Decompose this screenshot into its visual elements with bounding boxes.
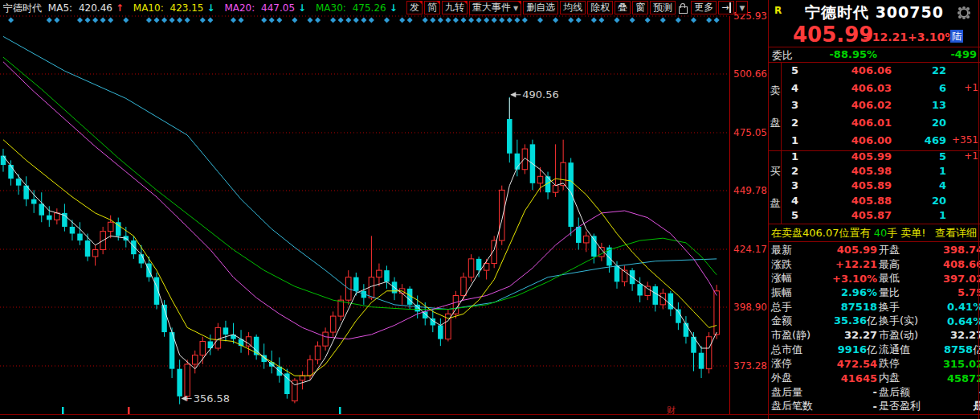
detail-value: 32.27 (817, 329, 877, 341)
detail-value: +3.10% (817, 273, 877, 285)
buy-row[interactable]: 1 405.99 5 +1 (782, 150, 980, 165)
next-page-icon[interactable]: → (718, 1, 734, 14)
order-volume: 1 (939, 209, 946, 221)
sell-row[interactable]: 2 406.01 20 (782, 117, 980, 131)
signal-diamond-icon (54, 18, 59, 23)
sell-row[interactable]: 5 406.06 22 (782, 64, 980, 79)
buy-row[interactable]: 4 405.88 20 (782, 195, 980, 209)
level: 5 (791, 64, 798, 76)
order-price: 406.03 (851, 82, 892, 94)
order-volume: 20 (932, 195, 946, 207)
view-details-link[interactable]: 查看详细 (935, 226, 977, 240)
buy-row[interactable]: 2 405.98 1 (782, 165, 980, 179)
detail-label: 是否盈利 (877, 399, 943, 413)
order-price: 405.99 (851, 150, 892, 162)
signal-diamond-icon (177, 18, 182, 23)
signal-diamond-icon (484, 18, 489, 23)
signal-diamond-icon (269, 18, 275, 23)
panel-right-border (978, 0, 979, 419)
signal-diamond-icon (507, 18, 512, 23)
ma20-item: MA20: 447.05↓ (224, 2, 309, 14)
level: 1 (791, 150, 798, 162)
toolbar-button-预测[interactable]: 预测 (650, 1, 676, 14)
detail-value: 32.27 (943, 329, 980, 341)
weibi-value: -88.95% (829, 48, 877, 60)
toolbar-button-重大事件[interactable]: 重大事件▼ (469, 1, 521, 15)
detail-label: 涨跌 (771, 257, 817, 272)
candle-body (39, 203, 45, 215)
toolbar-button-九转[interactable]: 九转 (442, 1, 468, 14)
order-volume: 20 (932, 117, 946, 129)
candle-body (568, 162, 574, 227)
order-delta: +1 (964, 150, 978, 162)
gear-icon[interactable] (959, 8, 969, 18)
candle-body (70, 227, 76, 234)
signal-diamond-icon (361, 18, 366, 23)
toolbar-button-均线[interactable]: 均线 (560, 1, 586, 14)
detail-value: 0.64% (943, 315, 980, 327)
signal-diamond-icon (85, 18, 91, 23)
kline-chart-canvas[interactable]: 490.56356.58财 (0, 0, 767, 419)
toolbar-button-删自选[interactable]: 删自选 (523, 1, 558, 14)
divider (769, 224, 980, 224)
y-axis-tick-label: 398.90 (733, 302, 767, 313)
kline-chart[interactable]: 490.56356.58财 (0, 0, 767, 419)
sell-row[interactable]: 1 406.00 469 +351 (782, 134, 980, 149)
toolbar-button-叠[interactable]: 叠 (615, 1, 631, 14)
y-axis-tick-label: 449.78 (733, 185, 767, 196)
detail-value: - (817, 401, 877, 413)
candle-body (653, 286, 659, 305)
buy-row[interactable]: 5 405.87 1 (782, 209, 980, 224)
candle-body (215, 327, 221, 348)
quote-panel: R 宁德时代 300750 405.99 +12.21 +3.10% 陆 委比 … (769, 0, 980, 419)
candle-body (615, 265, 620, 281)
market-badge: 陆 (950, 30, 963, 43)
candle-body (8, 165, 13, 179)
sell-row[interactable]: 4 406.03 6 +1 (782, 82, 980, 97)
detail-label: 跌停 (877, 356, 943, 371)
ma10-arrow-icon: ↓ (207, 2, 215, 14)
level: 5 (791, 209, 798, 221)
order-notice: 在卖盘406.07位置有 40手 卖单! 查看详细 (771, 226, 980, 240)
sell-row[interactable]: 3 406.02 13 (782, 99, 980, 113)
signal-diamond-icon (276, 18, 282, 23)
candle-body (453, 295, 459, 314)
candle-body (622, 270, 627, 281)
stock-name-label: 宁德时代 (3, 2, 42, 14)
detail-value: 41645 (817, 372, 877, 384)
candle-body (177, 369, 182, 396)
order-price: 405.98 (851, 165, 892, 177)
toolbar-button-除权[interactable]: 除权 (587, 1, 613, 14)
detail-label: 内盘 (877, 371, 943, 385)
divider (769, 241, 980, 242)
toolbar-button-发[interactable]: 发 (406, 1, 423, 14)
signal-diamond-icon (123, 18, 129, 23)
signal-diamond-icon (92, 18, 98, 23)
candle-body (315, 346, 321, 359)
toolbar-button-窗[interactable]: 窗 (632, 1, 648, 14)
detail-value: 8758亿 (943, 343, 980, 357)
toolbar-button-更多[interactable]: 更多 (691, 1, 717, 14)
divider (769, 47, 980, 47)
detail-label: 市盈(静) (771, 328, 817, 343)
signal-diamond-icon (499, 18, 504, 23)
chevron-down-icon[interactable]: ▼ (736, 1, 748, 14)
chart-toolbar: 发简九转重大事件▼删自选均线除权叠窗预测更多→▼ (406, 1, 748, 14)
candle-body (77, 234, 83, 241)
ma-line-MA20 (3, 62, 717, 339)
candle-body (377, 270, 382, 277)
detail-label: 盘后额 (877, 385, 943, 400)
annotation-low-label: 356.58 (194, 392, 231, 405)
detail-label: 总手 (771, 300, 817, 314)
level: 1 (791, 134, 798, 146)
signal-diamond-icon (615, 18, 620, 23)
candle-body (561, 162, 566, 185)
buy-row[interactable]: 3 405.89 4 (782, 179, 980, 194)
signal-diamond-icon (154, 18, 160, 23)
candle-body (584, 236, 590, 243)
signal-diamond-icon (231, 18, 236, 23)
toolbar-button-简[interactable]: 简 (424, 1, 440, 14)
lock-icon[interactable] (677, 2, 689, 14)
last-price: 405.99 (793, 23, 873, 47)
candle-body (699, 353, 704, 369)
